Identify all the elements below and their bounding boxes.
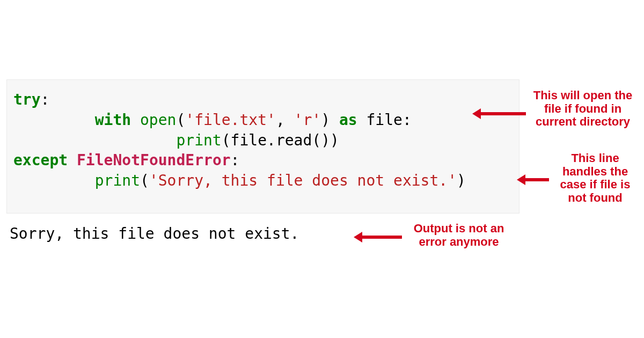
- sp: [131, 111, 140, 129]
- indent: [13, 131, 176, 149]
- str-filename: 'file.txt': [185, 111, 276, 129]
- print-args: (file.read()): [222, 131, 339, 149]
- sp: [68, 151, 77, 169]
- arrow-icon: [472, 108, 526, 119]
- arrow-icon: [354, 232, 402, 243]
- program-output: Sorry, this file does not exist.: [10, 225, 299, 243]
- kw-with: with: [95, 111, 131, 129]
- sp: [357, 111, 367, 129]
- var-file: file: [366, 111, 402, 129]
- exc-name: FileNotFoundError: [77, 151, 231, 169]
- lparen: (: [176, 111, 185, 129]
- rparen: ): [457, 172, 466, 189]
- comma: ,: [276, 111, 294, 129]
- code-block: try: with open('file.txt', 'r') as file:…: [6, 79, 519, 214]
- kw-except: except: [13, 151, 68, 169]
- fn-print: print: [176, 131, 221, 149]
- fn-print: print: [95, 172, 140, 189]
- colon: :: [41, 91, 50, 108]
- str-mode: 'r': [294, 111, 321, 129]
- annotation-output: Output is not an error anymore: [405, 222, 513, 248]
- arrow-icon: [517, 174, 549, 185]
- colon: :: [402, 111, 412, 129]
- indent: [13, 172, 95, 189]
- annotation-except-handler: This line handles the case if file is no…: [550, 152, 640, 205]
- rparen: ): [321, 111, 330, 129]
- canvas: try: with open('file.txt', 'r') as file:…: [0, 0, 644, 338]
- indent: [13, 111, 95, 129]
- kw-try: try: [13, 91, 41, 108]
- fn-open: open: [140, 111, 176, 129]
- str-msg: 'Sorry, this file does not exist.': [149, 172, 457, 189]
- kw-as: as: [339, 111, 357, 129]
- sp: [330, 111, 339, 129]
- annotation-open-file: This will open the file if found in curr…: [528, 89, 638, 129]
- lparen: (: [140, 172, 149, 189]
- colon: :: [231, 151, 240, 169]
